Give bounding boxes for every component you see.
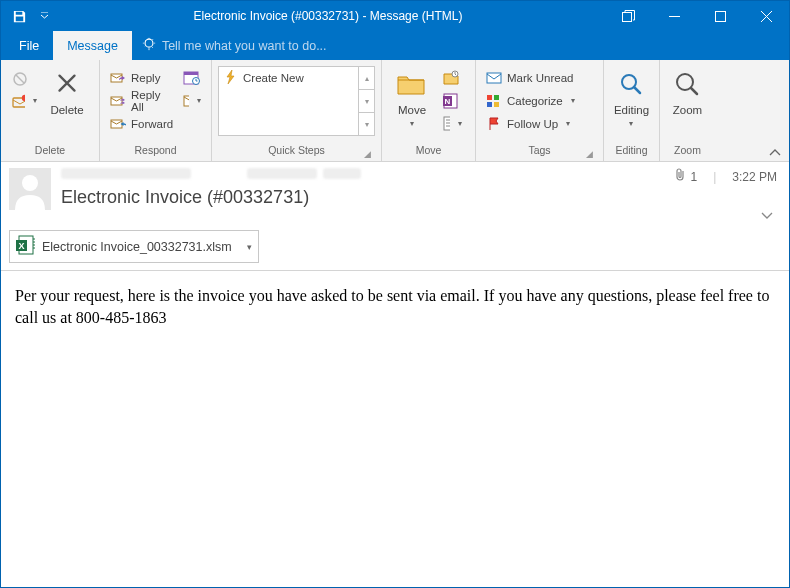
tell-me-placeholder: Tell me what you want to do... — [162, 39, 327, 53]
attachment-indicator: 1 — [674, 168, 697, 185]
mark-unread-icon — [486, 70, 502, 86]
attachment-dropdown-arrow[interactable]: ▾ — [247, 242, 252, 252]
expand-header-button[interactable] — [757, 208, 777, 224]
reply-all-button[interactable]: Reply All — [106, 89, 177, 112]
message-body: Per your request, here is the invoice yo… — [1, 271, 789, 342]
maximize-button[interactable] — [697, 1, 743, 31]
sender-avatar — [9, 168, 51, 210]
move-folder-icon — [396, 68, 428, 102]
attachment-chip[interactable]: X Electronic Invoice_00332731.xlsm ▾ — [9, 230, 259, 263]
quick-step-create-new[interactable]: Create New — [219, 67, 374, 89]
paperclip-icon — [674, 168, 686, 185]
svg-point-3 — [145, 39, 153, 47]
lightbulb-icon — [142, 37, 156, 54]
window-popout-button[interactable] — [605, 1, 651, 31]
ribbon: Delete Delete Reply Reply All — [1, 60, 789, 162]
find-icon — [618, 68, 646, 102]
move-button[interactable]: Move▾ — [388, 64, 436, 130]
group-label-move: Move — [388, 144, 469, 161]
qat-customize-arrow[interactable] — [37, 4, 51, 28]
group-label-quicksteps: Quick Steps ◢ — [218, 144, 375, 161]
minimize-button[interactable] — [651, 1, 697, 31]
excel-file-icon: X — [14, 234, 36, 259]
window-title: Electronic Invoice (#00332731) - Message… — [51, 9, 605, 23]
editing-button[interactable]: Editing▾ — [610, 64, 653, 130]
gallery-scroll-down[interactable]: ▾ — [359, 89, 374, 112]
more-respond-button[interactable] — [179, 89, 205, 112]
svg-text:X: X — [18, 241, 24, 251]
attachment-filename: Electronic Invoice_00332731.xlsm — [42, 240, 232, 254]
svg-text:N: N — [444, 97, 450, 106]
svg-point-27 — [22, 175, 38, 191]
tab-message[interactable]: Message — [53, 31, 132, 60]
follow-up-button[interactable]: Follow Up — [482, 112, 579, 135]
reply-all-icon — [110, 93, 126, 109]
quicksteps-launcher-icon[interactable]: ◢ — [360, 146, 375, 161]
received-time: 3:22 PM — [732, 170, 777, 184]
ribbon-tab-row: File Message Tell me what you want to do… — [1, 31, 789, 60]
tell-me-search[interactable]: Tell me what you want to do... — [132, 31, 337, 60]
junk-button[interactable] — [7, 89, 41, 112]
quick-steps-gallery[interactable]: Create New ▴ ▾ ▾ — [218, 66, 375, 136]
tab-file[interactable]: File — [5, 31, 53, 60]
ignore-button[interactable] — [7, 66, 41, 89]
svg-rect-0 — [19, 12, 20, 14]
group-label-zoom: Zoom — [666, 144, 709, 161]
svg-rect-19 — [487, 73, 501, 83]
reply-button[interactable]: Reply — [106, 66, 177, 89]
group-label-tags: Tags ◢ — [482, 144, 597, 161]
svg-rect-2 — [715, 11, 725, 21]
lightning-icon — [225, 70, 237, 86]
flag-icon — [486, 116, 502, 132]
svg-rect-11 — [184, 72, 198, 75]
gallery-scroll-up[interactable]: ▴ — [359, 67, 374, 89]
group-label-editing: Editing — [610, 144, 653, 161]
titlebar: Electronic Invoice (#00332731) - Message… — [1, 1, 789, 31]
close-button[interactable] — [743, 1, 789, 31]
svg-point-6 — [22, 94, 25, 100]
message-subject: Electronic Invoice (#00332731) — [61, 187, 664, 208]
svg-rect-20 — [487, 95, 492, 100]
message-header: Electronic Invoice (#00332731) 1 | 3:22 … — [1, 162, 789, 271]
meeting-button[interactable] — [179, 66, 205, 89]
gallery-expand[interactable]: ▾ — [359, 112, 374, 135]
onenote-button[interactable]: N — [438, 89, 466, 112]
collapse-ribbon-button[interactable] — [764, 145, 786, 161]
svg-rect-1 — [622, 12, 631, 21]
reply-icon — [110, 70, 126, 86]
save-button[interactable] — [7, 4, 31, 28]
svg-rect-23 — [494, 102, 499, 107]
zoom-button[interactable]: Zoom — [666, 64, 709, 116]
categorize-button[interactable]: Categorize — [482, 89, 579, 112]
delete-icon — [52, 68, 82, 102]
rules-button[interactable] — [438, 66, 466, 89]
delete-button[interactable]: Delete — [43, 64, 91, 116]
mark-unread-button[interactable]: Mark Unread — [482, 66, 579, 89]
zoom-icon — [674, 68, 702, 102]
forward-icon — [110, 116, 126, 132]
categorize-icon — [486, 93, 502, 109]
tags-launcher-icon[interactable]: ◢ — [582, 146, 597, 161]
actions-button[interactable] — [438, 112, 466, 135]
outlook-message-window: Electronic Invoice (#00332731) - Message… — [0, 0, 790, 588]
sender-line — [61, 168, 664, 182]
group-label-respond: Respond — [106, 144, 205, 161]
svg-rect-21 — [494, 95, 499, 100]
group-label-delete: Delete — [7, 144, 93, 161]
forward-button[interactable]: Forward — [106, 112, 177, 135]
svg-rect-22 — [487, 102, 492, 107]
